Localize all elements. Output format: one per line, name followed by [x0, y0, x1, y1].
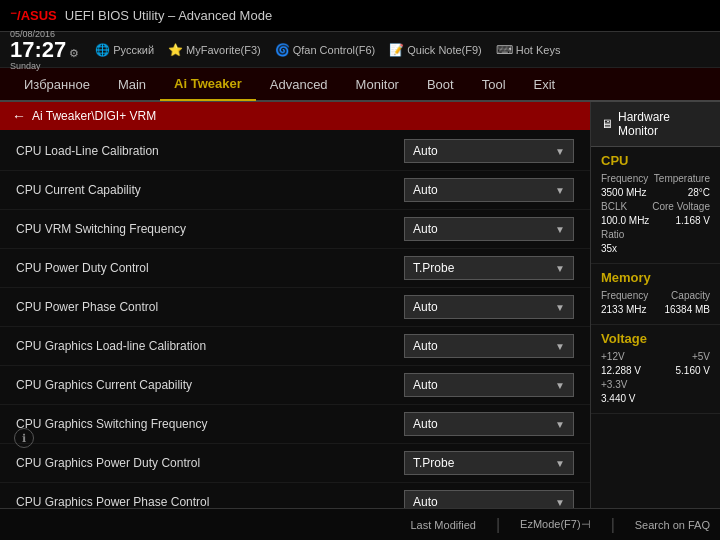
- setting-dropdown-3[interactable]: T.Probe ▼: [404, 256, 574, 280]
- setting-value-5: Auto: [413, 339, 438, 353]
- left-panel: ← Ai Tweaker\DIGI+ VRM CPU Load-Line Cal…: [0, 102, 590, 508]
- qfan-menu-item[interactable]: 🌀 Qfan Control(F6): [275, 43, 376, 57]
- volt-33-label-row: +3.3V: [601, 379, 710, 390]
- settings-gear-icon[interactable]: ⚙: [69, 47, 79, 60]
- setting-label-3: CPU Power Duty Control: [16, 261, 404, 275]
- dropdown-arrow-8: ▼: [555, 458, 565, 469]
- language-menu-item[interactable]: 🌐 Русский: [95, 43, 154, 57]
- setting-label-2: CPU VRM Switching Frequency: [16, 222, 404, 236]
- back-arrow-icon[interactable]: ←: [12, 108, 26, 124]
- search-faq-button[interactable]: Search on FAQ: [635, 519, 710, 531]
- asus-slash: ⁻/: [10, 8, 21, 23]
- volt-12-5-labels-row: +12V +5V: [601, 351, 710, 362]
- date-time-block: 05/08/2016 17:27 ⚙ Sunday: [10, 29, 79, 71]
- dropdown-arrow-5: ▼: [555, 341, 565, 352]
- setting-value-4: Auto: [413, 300, 438, 314]
- memory-section: Memory Frequency Capacity 2133 MHz 16384…: [591, 264, 720, 325]
- voltage-section: Voltage +12V +5V 12.288 V 5.160 V +3.3V …: [591, 325, 720, 414]
- footer-bar: Last Modified | EzMode(F7)⊣ | Search on …: [0, 508, 720, 540]
- hw-monitor-header: 🖥 Hardware Monitor: [591, 102, 720, 147]
- setting-label-8: CPU Graphics Power Duty Control: [16, 456, 404, 470]
- setting-row-1: CPU Current Capability Auto ▼: [0, 171, 590, 210]
- cpu-freq-label: Frequency: [601, 173, 648, 184]
- setting-dropdown-8[interactable]: T.Probe ▼: [404, 451, 574, 475]
- cpu-bclk-row: BCLK Core Voltage: [601, 201, 710, 212]
- cpu-temp-label: Temperature: [654, 173, 710, 184]
- hw-monitor-title: Hardware Monitor: [618, 110, 710, 138]
- setting-value-9: Auto: [413, 495, 438, 508]
- setting-dropdown-6[interactable]: Auto ▼: [404, 373, 574, 397]
- volt-12-5-values-row: 12.288 V 5.160 V: [601, 365, 710, 376]
- last-modified-label: Last Modified: [411, 519, 476, 531]
- setting-row-8: CPU Graphics Power Duty Control T.Probe …: [0, 444, 590, 483]
- nav-item-boot[interactable]: Boot: [413, 69, 468, 100]
- setting-label-9: CPU Graphics Power Phase Control: [16, 495, 404, 508]
- setting-label-5: CPU Graphics Load-line Calibration: [16, 339, 404, 353]
- cpu-bclk-value: 100.0 MHz: [601, 215, 649, 226]
- volt-12-label: +12V: [601, 351, 625, 362]
- hotkeys-menu-item[interactable]: ⌨ Hot Keys: [496, 43, 561, 57]
- language-icon: 🌐: [95, 43, 110, 57]
- setting-dropdown-9[interactable]: Auto ▼: [404, 490, 574, 508]
- hotkeys-label: Hot Keys: [516, 44, 561, 56]
- nav-item-favorites[interactable]: Избранное: [10, 69, 104, 100]
- setting-value-3: T.Probe: [413, 261, 454, 275]
- dropdown-arrow-1: ▼: [555, 185, 565, 196]
- setting-dropdown-1[interactable]: Auto ▼: [404, 178, 574, 202]
- monitor-icon: 🖥: [601, 117, 613, 131]
- nav-item-advanced[interactable]: Advanced: [256, 69, 342, 100]
- asus-logo: ⁻/ASUS: [10, 8, 57, 23]
- dropdown-arrow-9: ▼: [555, 497, 565, 508]
- nav-bar: Избранное Main Ai Tweaker Advanced Monit…: [0, 68, 720, 102]
- dropdown-arrow-0: ▼: [555, 146, 565, 157]
- cpu-corevolt-label: Core Voltage: [652, 201, 710, 212]
- quicknote-icon: 📝: [389, 43, 404, 57]
- cpu-ratio-label: Ratio: [601, 229, 624, 240]
- nav-item-main[interactable]: Main: [104, 69, 160, 100]
- ezmode-button[interactable]: EzMode(F7)⊣: [520, 518, 591, 531]
- volt-33-value-row: 3.440 V: [601, 393, 710, 404]
- setting-value-6: Auto: [413, 378, 438, 392]
- cpu-section-title: CPU: [601, 153, 710, 168]
- favorite-icon: ⭐: [168, 43, 183, 57]
- memory-section-title: Memory: [601, 270, 710, 285]
- setting-label-1: CPU Current Capability: [16, 183, 404, 197]
- cpu-bclk-val-row: 100.0 MHz 1.168 V: [601, 215, 710, 226]
- cpu-corevolt-value: 1.168 V: [676, 215, 710, 226]
- cpu-freq-row: Frequency Temperature: [601, 173, 710, 184]
- nav-item-exit[interactable]: Exit: [520, 69, 570, 100]
- language-label: Русский: [113, 44, 154, 56]
- dropdown-arrow-6: ▼: [555, 380, 565, 391]
- info-button[interactable]: ℹ: [14, 428, 34, 448]
- volt-12-value: 12.288 V: [601, 365, 641, 376]
- setting-value-7: Auto: [413, 417, 438, 431]
- footer-divider-1: |: [496, 516, 500, 534]
- setting-dropdown-4[interactable]: Auto ▼: [404, 295, 574, 319]
- setting-dropdown-5[interactable]: Auto ▼: [404, 334, 574, 358]
- cpu-ratio-value: 35x: [601, 243, 617, 254]
- favorite-label: MyFavorite(F3): [186, 44, 261, 56]
- volt-33-label: +3.3V: [601, 379, 627, 390]
- quicknote-menu-item[interactable]: 📝 Quick Note(F9): [389, 43, 482, 57]
- myfavorite-menu-item[interactable]: ⭐ MyFavorite(F3): [168, 43, 261, 57]
- dropdown-arrow-3: ▼: [555, 263, 565, 274]
- nav-item-aitweaker[interactable]: Ai Tweaker: [160, 68, 256, 101]
- nav-item-monitor[interactable]: Monitor: [342, 69, 413, 100]
- breadcrumb: ← Ai Tweaker\DIGI+ VRM: [0, 102, 590, 130]
- nav-item-tool[interactable]: Tool: [468, 69, 520, 100]
- setting-label-6: CPU Graphics Current Capability: [16, 378, 404, 392]
- cpu-freq-val-row: 3500 MHz 28°C: [601, 187, 710, 198]
- top-menu: 🌐 Русский ⭐ MyFavorite(F3) 🌀 Qfan Contro…: [95, 43, 710, 57]
- mem-cap-value: 16384 MB: [664, 304, 710, 315]
- cpu-section: CPU Frequency Temperature 3500 MHz 28°C …: [591, 147, 720, 264]
- setting-dropdown-2[interactable]: Auto ▼: [404, 217, 574, 241]
- setting-row-0: CPU Load-Line Calibration Auto ▼: [0, 132, 590, 171]
- setting-dropdown-7[interactable]: Auto ▼: [404, 412, 574, 436]
- setting-row-9: CPU Graphics Power Phase Control Auto ▼: [0, 483, 590, 508]
- setting-label-7: CPU Graphics Switching Frequency: [16, 417, 404, 431]
- last-modified-button[interactable]: Last Modified: [411, 519, 476, 531]
- setting-value-0: Auto: [413, 144, 438, 158]
- main-area: ← Ai Tweaker\DIGI+ VRM CPU Load-Line Cal…: [0, 102, 720, 508]
- setting-value-2: Auto: [413, 222, 438, 236]
- setting-dropdown-0[interactable]: Auto ▼: [404, 139, 574, 163]
